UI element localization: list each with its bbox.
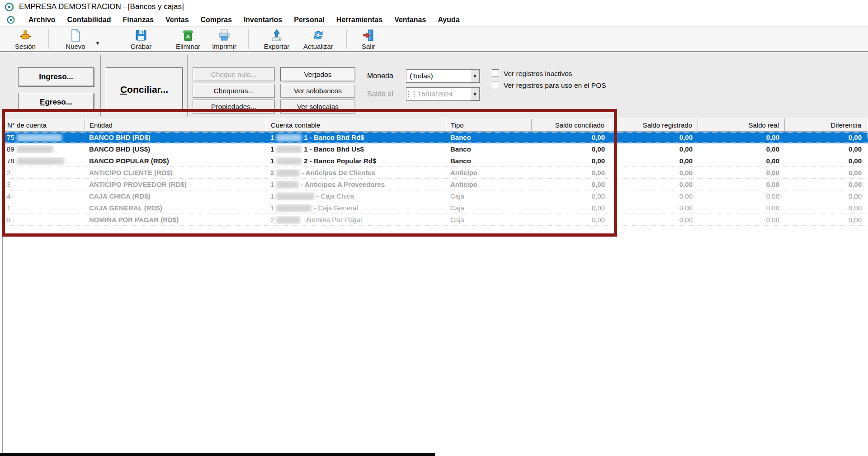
cell-saldo-registrado: 0,00 bbox=[610, 133, 698, 141]
redacted-blur bbox=[17, 157, 64, 165]
cell-cuenta-contable: 1- Anticipos A Proveedores bbox=[266, 180, 446, 189]
cell-cuenta-contable: 11 - Banco Bhd Rd$ bbox=[266, 133, 446, 142]
cell-account: 2 bbox=[3, 169, 85, 176]
chevron-down-icon[interactable]: ▼ bbox=[470, 70, 480, 82]
ver-registros-inactivos-checkbox[interactable] bbox=[492, 69, 499, 76]
cell-entidad: BANCO POPULAR (RD$) bbox=[85, 157, 266, 165]
toolbar-label: Eliminar bbox=[176, 43, 200, 50]
table-row[interactable]: 75BANCO BHD (RD$)11 - Banco Bhd Rd$Banco… bbox=[3, 132, 868, 143]
cell-saldo-conciliado: 0,00 bbox=[532, 216, 610, 223]
menu-contabilidad[interactable]: Contabilidad bbox=[61, 15, 117, 25]
table-row[interactable]: 1CAJA GENERAL (RD$)1- Caja GeneralCaja0,… bbox=[3, 202, 868, 214]
ver-registros-pos-checkbox[interactable] bbox=[492, 81, 499, 88]
chevron-down-icon[interactable]: ▼ bbox=[470, 88, 480, 100]
cell-saldo-real: 0,00 bbox=[698, 216, 785, 223]
menu-inventarios[interactable]: Inventarios bbox=[238, 15, 288, 25]
column-header-saldo-real[interactable]: Saldo real bbox=[698, 119, 785, 132]
ver-todos-button[interactable]: Ver todos bbox=[280, 67, 355, 81]
column-header-saldo-conciliado[interactable]: Saldo conciliado bbox=[532, 119, 610, 132]
column-header-tipo[interactable]: Tipo bbox=[446, 119, 532, 132]
taskbar-strip bbox=[0, 453, 435, 456]
table-row[interactable]: 78BANCO POPULAR (RD$)12 - Banco Popular … bbox=[3, 155, 868, 167]
column-header-entidad[interactable]: Entidad bbox=[85, 119, 266, 132]
cell-saldo-real: 0,00 bbox=[698, 192, 785, 200]
menu-finanzas[interactable]: Finanzas bbox=[117, 15, 159, 25]
toolbar-label: Actualizar bbox=[303, 43, 333, 50]
menu-compras[interactable]: Compras bbox=[195, 15, 238, 25]
cell-account: 89 bbox=[3, 145, 85, 153]
redacted-blur bbox=[276, 193, 314, 200]
cell-diferencia: 0,00 bbox=[785, 192, 867, 200]
cell-saldo-real: 0,00 bbox=[698, 157, 785, 165]
ver-solo-bancos-button[interactable]: Ver solo bancos bbox=[280, 84, 355, 98]
cell-cuenta-contable: 2- Anticipos De Clientes bbox=[266, 169, 446, 177]
redacted-blur bbox=[17, 146, 53, 153]
cell-entidad: CAJA GENERAL (RD$) bbox=[85, 204, 266, 212]
menu-ventas[interactable]: Ventas bbox=[160, 15, 195, 25]
ver-solo-cajas-button[interactable]: Ver solo cajas bbox=[280, 100, 355, 114]
cell-cuenta-contable: 1- Caja General bbox=[266, 204, 446, 212]
ingreso-button[interactable]: Ingreso... bbox=[18, 67, 94, 86]
toolbar-label: Exportar bbox=[264, 43, 290, 50]
toolbar-button-salir[interactable]: Salir bbox=[351, 28, 386, 51]
cell-diferencia: 0,00 bbox=[785, 145, 867, 153]
cell-tipo: Anticipo bbox=[446, 169, 532, 176]
table-row[interactable]: 89BANCO BHD (US$)11 - Banco Bhd Us$Banco… bbox=[3, 143, 868, 155]
cell-saldo-real: 0,00 bbox=[698, 204, 785, 212]
column-header-numero-cuenta[interactable]: N° de cuenta bbox=[3, 119, 85, 132]
panel-divider bbox=[187, 55, 188, 116]
redacted-blur bbox=[276, 157, 302, 165]
toolbar-button-grabar[interactable]: Grabar bbox=[124, 28, 158, 51]
egreso-button[interactable]: Egreso... bbox=[18, 93, 94, 112]
ver-registros-pos-label: Ver registros para uso en el POS bbox=[504, 81, 606, 90]
table-row[interactable]: 2ANTICIPO CLIENTE (RD$)2- Anticipos De C… bbox=[3, 167, 868, 179]
redacted-blur bbox=[17, 134, 62, 142]
toolbar-button-actualizar[interactable]: Actualizar bbox=[301, 28, 335, 51]
table-header-row: N° de cuenta Entidad Cuenta contable Tip… bbox=[3, 119, 868, 132]
cell-saldo-registrado: 0,00 bbox=[610, 157, 698, 165]
cell-saldo-registrado: 0,00 bbox=[610, 169, 698, 176]
panel-divider bbox=[100, 55, 101, 116]
cell-tipo: Caja bbox=[446, 204, 532, 212]
toolbar-button-imprimir[interactable]: Imprimir bbox=[207, 28, 241, 51]
cell-saldo-conciliado: 0,00 bbox=[532, 169, 610, 176]
menu-personal[interactable]: Personal bbox=[288, 15, 330, 25]
menu-ayuda[interactable]: Ayuda bbox=[432, 15, 465, 25]
cell-saldo-registrado: 0,00 bbox=[610, 192, 698, 200]
ver-registros-inactivos-label: Ver registros inactivos bbox=[504, 70, 572, 78]
saldo-al-date-field[interactable]: 15/04/2024 ▼ bbox=[406, 87, 480, 101]
table-body: 75BANCO BHD (RD$)11 - Banco Bhd Rd$Banco… bbox=[3, 132, 868, 226]
propiedades-button[interactable]: Propiedades... bbox=[193, 100, 275, 114]
toolbar-button-sesion[interactable]: Sesión bbox=[8, 28, 42, 51]
toolbar-button-exportar[interactable]: Exportar bbox=[259, 28, 294, 51]
toolbar-button-nuevo[interactable]: Nuevo bbox=[58, 28, 93, 51]
chequeras-button[interactable]: Chequeras... bbox=[193, 84, 275, 98]
print-icon bbox=[217, 28, 231, 42]
cell-cuenta-contable: 2- Nomina Por Pagar bbox=[266, 216, 446, 224]
window-title: EMPRESA DEMOSTRACION - [Bancos y cajas] bbox=[19, 2, 184, 11]
cell-cuenta-contable: 11 - Banco Bhd Us$ bbox=[266, 145, 446, 153]
new-dropdown-caret-icon[interactable]: ▼ bbox=[93, 40, 102, 46]
menu-archivo[interactable]: Archivo bbox=[23, 15, 61, 25]
cheque-nulo-button[interactable]: Cheque nulo... bbox=[193, 67, 275, 81]
cell-diferencia: 0,00 bbox=[785, 157, 867, 165]
toolbar-label: Sesión bbox=[15, 43, 36, 50]
moneda-select[interactable]: (Todas) ▼ bbox=[406, 69, 480, 83]
menu-ventanas[interactable]: Ventanas bbox=[388, 15, 432, 25]
cell-tipo: Banco bbox=[446, 133, 532, 141]
column-header-diferencia[interactable]: Diferencia bbox=[785, 119, 867, 132]
conciliar-button[interactable]: Conciliar... bbox=[106, 67, 183, 112]
toolbar-separator bbox=[248, 29, 249, 49]
new-document-icon bbox=[69, 28, 82, 42]
saldo-al-label: Saldo al bbox=[367, 90, 393, 98]
date-enable-checkbox[interactable] bbox=[408, 91, 415, 97]
column-header-cuenta-contable[interactable]: Cuenta contable bbox=[266, 119, 446, 132]
table-row[interactable]: 5NOMINA POR PAGAR (RD$)2- Nomina Por Pag… bbox=[3, 214, 868, 226]
redacted-blur bbox=[276, 181, 298, 189]
table-row[interactable]: 4CAJA CHICA (RD$)1- Caja ChicaCaja0,000,… bbox=[3, 190, 868, 202]
column-header-saldo-registrado[interactable]: Saldo registrado bbox=[610, 119, 698, 132]
redacted-blur bbox=[276, 216, 300, 224]
table-row[interactable]: 3ANTICIPO PROVEEDOR (RD$)1- Anticipos A … bbox=[3, 179, 868, 190]
toolbar-button-eliminar[interactable]: Eliminar bbox=[171, 28, 205, 51]
menu-herramientas[interactable]: Herramientas bbox=[330, 15, 388, 25]
